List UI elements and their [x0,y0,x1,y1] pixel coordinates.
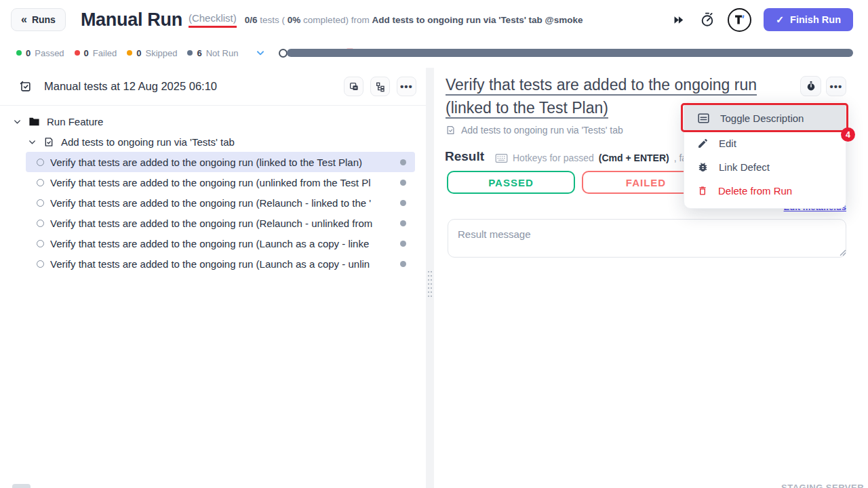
panel-divider [426,68,434,488]
suite-doc-icon [43,136,54,148]
menu-item-toggle-description[interactable]: Toggle Description [684,104,846,131]
failed-dot-icon [75,50,80,56]
folder-icon [28,117,40,127]
test-status-circle-icon [37,159,44,166]
back-to-runs-button[interactable]: « Runs [11,8,66,31]
test-row[interactable]: Verify that tests are added to the ongoi… [26,172,415,192]
page-title: Manual Run [81,9,182,30]
stopwatch-icon[interactable] [699,12,715,28]
test-state-dot-icon [400,180,406,186]
tree-view-button[interactable] [370,77,390,96]
start-timer-button[interactable] [800,76,821,96]
ellipsis-icon: ••• [400,84,413,89]
suite-label: Add tests to ongoing run via 'Tests' tab [61,136,235,148]
failed-counter: 0 Failed [75,48,117,58]
check-icon: ✓ [776,14,784,25]
sidebar-toolbar: ••• [344,77,416,96]
test-row[interactable]: Verify that tests are added to the ongoi… [26,192,415,213]
test-context-menu: Toggle Description Edit Link Defect Dele… [684,102,846,209]
tree-suite[interactable]: Add tests to ongoing run via 'Tests' tab [0,131,426,152]
pencil-icon [697,138,709,149]
run-progress-bar [287,49,853,57]
staging-watermark: STAGING SERVER [781,483,864,488]
result-message-input[interactable] [448,219,846,258]
bottom-left-widget [12,484,31,488]
description-icon [697,113,710,124]
passed-button[interactable]: PASSED [447,171,575,194]
sidebar-more-button[interactable]: ••• [397,77,416,96]
top-bar: « Runs Manual Run (Checklist) 0/6 tests … [0,0,868,39]
checklist-edit-icon [19,80,32,93]
test-state-dot-icon [400,200,406,206]
test-status-circle-icon [37,199,44,207]
sidebar-header: Manual tests at 12 Aug 2025 06:10 ••• [0,68,426,106]
keyboard-icon [495,153,508,163]
run-stats-summary: 0/6 tests ( 0% completed) from Add tests… [245,15,583,25]
test-state-dot-icon [400,261,406,267]
notrun-dot-icon [187,50,193,56]
test-row[interactable]: Verify that tests are added to the ongoi… [26,233,415,253]
menu-item-edit[interactable]: Edit [684,131,846,155]
result-heading: Result [445,149,484,164]
test-state-dot-icon [400,220,406,226]
passed-dot-icon [16,50,22,56]
double-chevron-left-icon: « [21,14,27,25]
fast-forward-icon[interactable] [671,12,687,28]
hotkeys-hint: Hotkeys for passed (Cmd + ENTER) , fa [495,152,687,163]
passed-counter: 0 Passed [16,48,64,58]
annotation-step-badge: 4 [841,127,855,142]
test-state-dot-icon [400,159,406,165]
test-row[interactable]: Verify that tests are added to the ongoi… [26,253,415,274]
skipped-counter: 0 Skipped [127,48,177,58]
test-status-circle-icon [37,220,44,227]
sidebar-title: Manual tests at 12 Aug 2025 06:10 [44,80,217,93]
finish-run-button[interactable]: ✓ Finish Run [764,8,853,31]
test-state-dot-icon [400,241,406,247]
tests-sidebar: Manual tests at 12 Aug 2025 06:10 ••• [0,68,426,488]
bug-icon [697,161,709,173]
menu-item-delete-from-run[interactable]: Delete from Run [684,179,846,203]
ellipsis-icon: ••• [830,84,843,89]
chevron-down-icon[interactable] [27,138,37,146]
suite-reference[interactable]: Add tests to ongoing run via 'Tests' tab [446,125,623,136]
test-status-circle-icon [37,240,44,247]
status-counters: 0 Passed 0 Failed 0 Skipped 6 Not Run [16,48,238,58]
app-logo[interactable] [728,8,751,32]
percent-complete: 0% [288,15,301,25]
chevron-down-icon[interactable] [12,117,22,126]
back-label: Runs [32,14,56,25]
copy-tests-button[interactable] [344,77,363,96]
skipped-dot-icon [127,50,132,56]
test-more-button[interactable]: ••• [826,77,846,96]
suite-doc-icon [446,125,456,136]
top-bar-actions: ✓ Finish Run [671,8,868,32]
test-status-circle-icon [37,179,44,186]
run-source: Add tests to ongoing run via 'Tests' tab… [372,15,583,25]
trash-icon [697,185,708,197]
test-tree: Run Feature Add tests to ongoing run via… [0,106,426,274]
notrun-counter: 6 Not Run [187,48,238,58]
tree-folder-run-feature[interactable]: Run Feature [0,111,426,131]
test-row[interactable]: Verify that tests are added to the ongoi… [26,213,415,233]
test-status-circle-icon [37,260,44,268]
test-row[interactable]: Verify that tests are added to the ongoi… [26,152,415,172]
menu-item-link-defect[interactable]: Link Defect [684,155,846,179]
tests-fraction: 0/6 [245,15,258,25]
run-type-link[interactable]: (Checklist) [189,12,237,28]
folder-label: Run Feature [47,116,103,127]
chevron-down-icon[interactable] [254,47,267,59]
divider-drag-handle[interactable] [427,270,433,297]
